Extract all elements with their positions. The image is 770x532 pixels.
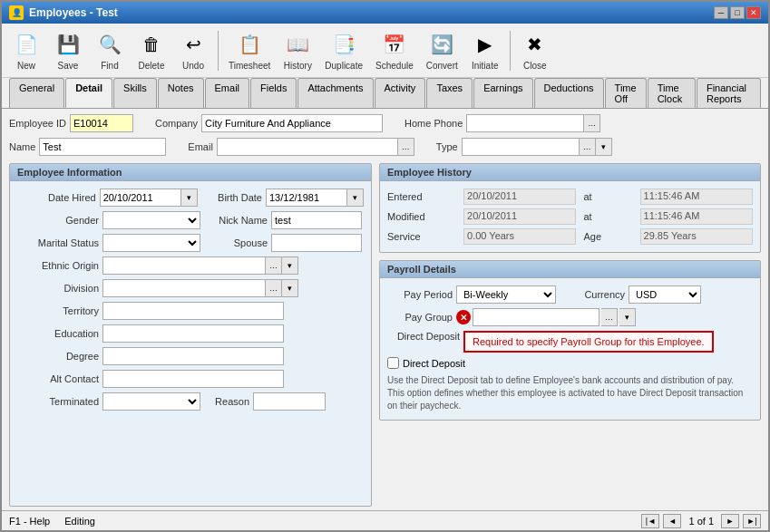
email-wrapper: … [217,138,414,156]
currency-select[interactable]: USD EUR [629,285,701,304]
find-button[interactable]: 🔍 Find [91,27,129,73]
minimize-button[interactable]: ─ [714,6,728,19]
birth-date-wrapper: ▾ [266,189,364,207]
tab-financial-reports[interactable]: Financial Reports [697,78,761,108]
pay-group-input[interactable] [473,308,599,326]
territory-label: Territory [17,305,99,316]
type-dropdown-button[interactable]: ▾ [596,138,612,156]
tab-general[interactable]: General [9,78,64,108]
division-browse[interactable]: … [266,279,282,297]
spouse-input[interactable] [271,234,362,252]
ethnic-origin-input[interactable] [102,256,266,275]
duplicate-icon: 📑 [329,30,358,59]
email-input[interactable] [217,138,398,156]
tab-time-clock[interactable]: Time Clock [648,78,696,108]
nav-first-button[interactable]: |◄ [641,514,659,528]
duplicate-label: Duplicate [325,61,363,71]
education-input[interactable] [102,324,284,343]
close-button[interactable]: ✕ [746,6,761,19]
division-input[interactable] [102,279,266,297]
tab-attachments[interactable]: Attachments [297,78,373,108]
tab-notes[interactable]: Notes [158,78,204,108]
modified-at-label: at [583,211,632,222]
type-group: Type … ▾ [436,138,612,156]
terminated-select[interactable] [102,392,200,411]
home-phone-browse-button[interactable]: … [584,114,600,132]
save-button[interactable]: 💾 Save [49,27,87,73]
tab-skills[interactable]: Skills [113,78,157,108]
timesheet-label: Timesheet [229,61,270,71]
duplicate-button[interactable]: 📑 Duplicate [320,27,367,73]
birth-date-dropdown[interactable]: ▾ [347,189,364,207]
degree-input[interactable] [102,347,284,365]
tab-activity[interactable]: Activity [375,78,426,108]
history-button[interactable]: 📖 History [278,27,317,73]
type-input[interactable] [462,138,580,156]
company-input[interactable] [201,114,383,132]
nav-last-button[interactable]: ►| [743,514,761,528]
name-input[interactable] [39,138,166,156]
entered-at-label: at [583,191,632,202]
company-label: Company [155,118,198,129]
ethnic-origin-dropdown[interactable]: ▾ [282,256,298,275]
status-text: Editing [64,516,95,527]
find-icon: 🔍 [95,30,124,59]
history-grid: Entered 20/10/2011 at 11:15:46 AM Modifi… [387,189,753,245]
tab-taxes[interactable]: Taxes [426,78,473,108]
date-hired-input[interactable] [100,189,181,207]
gender-wrapper: Male Female [102,211,200,229]
initiate-button[interactable]: ▶ Initiate [466,27,504,73]
service-value: 0.00 Years [463,228,576,245]
delete-button[interactable]: 🗑 Delete [132,27,171,73]
age-value: 29.85 Years [640,228,753,245]
tab-fields[interactable]: Fields [250,78,297,108]
home-phone-input[interactable] [466,114,584,132]
type-browse-button[interactable]: … [580,138,596,156]
delete-icon: 🗑 [137,30,166,59]
schedule-button[interactable]: 📅 Schedule [371,27,418,73]
division-dropdown[interactable]: ▾ [282,279,298,297]
birth-date-input[interactable] [266,189,347,207]
service-label: Service [387,231,456,242]
alt-contact-row: Alt Contact [17,370,364,388]
nav-prev-button[interactable]: ◄ [663,514,681,528]
maximize-button[interactable]: □ [730,6,745,19]
tab-deductions[interactable]: Deductions [534,78,604,108]
tab-email[interactable]: Email [205,78,250,108]
education-row: Education [17,324,364,343]
direct-deposit-checkbox[interactable] [387,357,399,369]
nick-name-input[interactable] [271,211,362,229]
email-browse-button[interactable]: … [398,138,414,156]
reason-input[interactable] [253,392,326,411]
alt-contact-input[interactable] [102,370,284,388]
company-field-wrapper [201,114,383,132]
marital-status-select[interactable] [102,234,200,252]
date-hired-wrapper: ▾ [100,189,198,207]
convert-icon: 🔄 [427,30,456,59]
save-icon: 💾 [54,30,83,59]
date-hired-dropdown[interactable]: ▾ [181,189,198,207]
pay-group-dropdown[interactable]: ▾ [619,308,636,326]
employee-information-panel: Employee Information Date Hired ▾ Birth … [9,163,372,507]
payroll-details-title: Payroll Details [380,261,760,278]
nav-next-button[interactable]: ► [721,514,739,528]
pay-group-browse[interactable]: … [601,308,618,326]
territory-input[interactable] [102,302,284,320]
pay-period-select[interactable]: Bi-Weekly Weekly Semi-Monthly Monthly [456,285,556,304]
tab-detail[interactable]: Detail [65,78,112,108]
convert-button[interactable]: 🔄 Convert [422,27,463,73]
tab-time-off[interactable]: Time Off [605,78,647,108]
gender-select[interactable]: Male Female [102,211,200,229]
timesheet-button[interactable]: 📋 Timesheet [224,27,275,73]
division-wrapper: … ▾ [102,279,298,297]
window-title: Employees - Test [29,6,118,19]
employee-id-input[interactable] [70,114,133,132]
schedule-label: Schedule [375,61,414,71]
pay-group-wrapper: ✕ … ▾ [456,308,636,326]
ethnic-origin-browse[interactable]: … [266,256,282,275]
new-button[interactable]: 📄 New [7,27,45,73]
modified-time-value: 11:15:46 AM [640,208,753,225]
tab-earnings[interactable]: Earnings [473,78,532,108]
toolbar-close-button[interactable]: ✖ Close [516,27,554,73]
undo-button[interactable]: ↩ Undo [174,27,212,73]
